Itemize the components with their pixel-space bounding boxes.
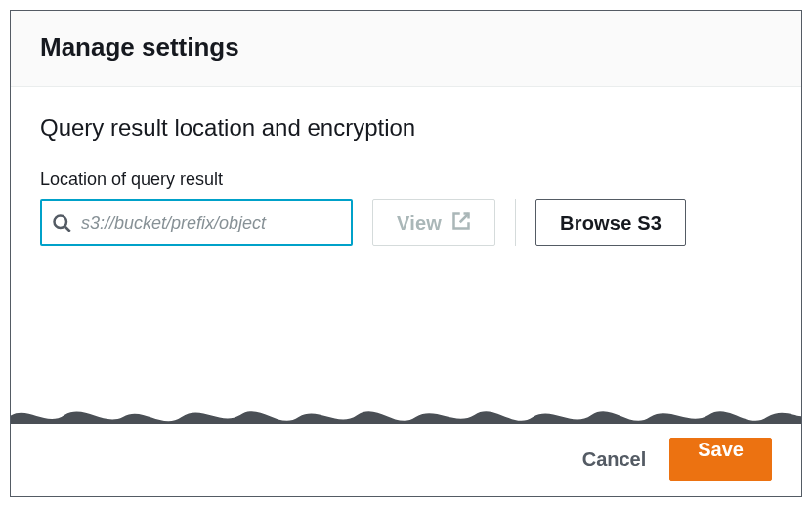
external-link-icon — [451, 211, 471, 235]
modal-body: Query result location and encryption Loc… — [11, 87, 801, 424]
svg-line-1 — [65, 227, 70, 232]
view-button[interactable]: View — [372, 199, 495, 246]
save-button[interactable]: Save — [669, 438, 772, 481]
modal-footer: Cancel Save — [11, 424, 801, 496]
manage-settings-modal: Manage settings Query result location an… — [10, 10, 802, 497]
section-title: Query result location and encryption — [40, 114, 772, 142]
svg-line-2 — [460, 213, 469, 222]
browse-s3-button[interactable]: Browse S3 — [535, 199, 686, 246]
modal-header: Manage settings — [11, 11, 801, 87]
view-button-label: View — [397, 212, 442, 234]
browse-s3-button-label: Browse S3 — [560, 212, 662, 234]
cancel-button[interactable]: Cancel — [582, 448, 647, 471]
location-input-wrap[interactable] — [40, 199, 353, 246]
modal-title: Manage settings — [40, 32, 772, 63]
location-field-label: Location of query result — [40, 169, 772, 190]
torn-edge-decoration — [11, 392, 801, 424]
vertical-separator — [515, 199, 516, 246]
location-field-row: View Browse S3 — [40, 199, 772, 246]
search-icon — [52, 213, 71, 232]
location-input[interactable] — [79, 201, 341, 244]
svg-point-0 — [55, 216, 67, 229]
